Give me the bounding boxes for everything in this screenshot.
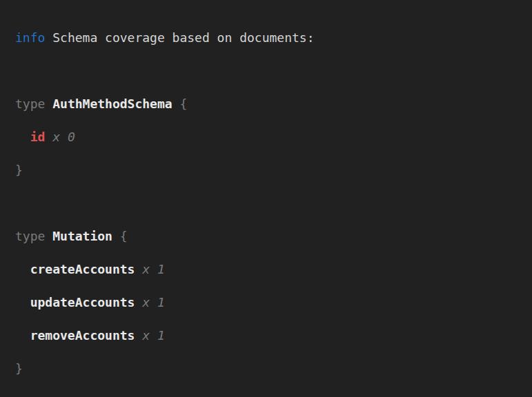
field-name: createAccounts	[30, 262, 135, 276]
close-brace: }	[15, 361, 23, 376]
type-keyword: type	[15, 96, 45, 111]
blank-line	[15, 195, 525, 212]
field-usage: x 0	[52, 130, 75, 144]
type-footer: }	[15, 162, 525, 179]
type-name: Mutation	[52, 229, 112, 243]
field-line: id x 0	[15, 129, 525, 145]
field-name: id	[30, 130, 46, 144]
field-usage: x 1	[142, 295, 165, 309]
info-tag: info	[15, 30, 45, 45]
type-name: AuthMethodSchema	[52, 96, 172, 111]
close-brace: }	[15, 163, 23, 177]
open-brace: {	[120, 229, 128, 243]
field-line: removeAccounts x 1	[15, 327, 525, 344]
type-header-mutation: type Mutation {	[15, 228, 525, 245]
type-header-authmethodschema: type AuthMethodSchema {	[15, 96, 525, 112]
field-line: updateAccounts x 1	[15, 294, 525, 311]
field-name: removeAccounts	[30, 328, 135, 343]
field-line: createAccounts x 1	[15, 261, 525, 278]
info-message: Schema coverage based on documents:	[52, 30, 314, 45]
open-brace: {	[179, 96, 187, 111]
blank-line	[15, 394, 525, 397]
field-usage: x 1	[142, 328, 165, 343]
blank-line	[15, 63, 525, 79]
type-footer: }	[15, 360, 525, 377]
terminal-output[interactable]: info Schema coverage based on documents:…	[0, 0, 532, 397]
field-usage: x 1	[142, 262, 165, 276]
field-name: updateAccounts	[30, 295, 135, 309]
type-keyword: type	[15, 229, 45, 243]
info-line: info Schema coverage based on documents:	[15, 30, 525, 46]
